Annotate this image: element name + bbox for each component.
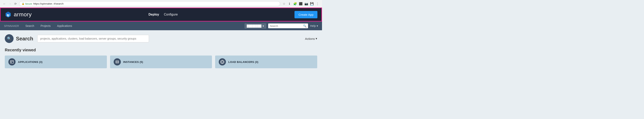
rv-card-applications[interactable]: APPLICATIONS (3) [5,56,107,68]
account-selector[interactable]: ████████ ▾ [245,23,266,28]
chevron-down-icon: ▾ [262,24,264,27]
deploy-nav-item[interactable]: Deploy [148,13,159,16]
forward-button[interactable]: → [8,2,12,6]
rv-card-applications-label: APPLICATIONS (3) [18,60,42,63]
nav-projects[interactable]: Projects [38,21,54,30]
magnify-icon: 🔍 [7,36,11,41]
brand-nav: Deploy Configure [148,13,178,16]
rv-card-instances-label: INSTANCES (5) [123,60,143,63]
instances-icon [114,58,121,65]
bookmark-icon[interactable]: ☆ [282,1,286,6]
create-app-button[interactable]: Create App [294,11,318,18]
rv-card-instances[interactable]: INSTANCES (5) [110,56,212,68]
brand-bar: armory Deploy Configure Create App [0,7,322,21]
menu-icon[interactable]: ⋮ [315,1,320,6]
search-section: 🔍 Search Actions ▾ [5,34,317,43]
reload-button[interactable]: ⟳ [14,2,18,6]
secure-badge: 🔒 Secure [22,2,32,5]
armory-logo-icon [4,11,12,18]
nav-search-icon: 🔍 [303,24,306,27]
svg-rect-0 [10,60,14,63]
search-heading: Search [16,36,33,42]
actions-label: Actions [305,37,315,40]
extension-icon[interactable]: 🧩 [293,1,297,6]
configure-nav-item[interactable]: Configure [164,13,178,16]
back-button[interactable]: ← [2,2,6,6]
svg-point-7 [221,61,223,63]
rv-card-load-balancers-label: LOAD BALANCERS (3) [228,60,258,63]
screenshot-icon[interactable]: ⬛ [298,1,303,6]
save-icon[interactable]: 💾 [310,1,314,6]
url-text: https://spinnaker. #/search [33,2,64,5]
svg-rect-3 [116,61,119,63]
secondary-nav-right: ████████ ▾ 🔍 Help ▾ [245,23,318,28]
load-balancers-icon [219,58,226,65]
recently-viewed-section: Recently viewed APPLICATIONS (3) [5,48,317,68]
actions-chevron-icon: ▾ [316,37,317,40]
spinnaker-label: SPINNAKER [4,21,22,30]
nav-search-box[interactable]: 🔍 [268,23,308,28]
account-label: ████████ [247,24,262,27]
help-chevron-icon: ▾ [316,24,318,27]
help-button[interactable]: Help ▾ [310,24,318,27]
secondary-nav: SPINNAKER Search Projects Applications █… [0,21,322,30]
lock-icon: 🔒 [22,2,24,5]
rv-card-load-balancers[interactable]: LOAD BALANCERS (3) [215,56,317,68]
help-label: Help [310,24,316,27]
svg-rect-2 [11,62,12,63]
search-title: 🔍 Search [5,34,33,43]
info-icon[interactable]: ℹ [287,1,292,6]
actions-button[interactable]: Actions ▾ [305,37,317,40]
search-circle-icon: 🔍 [5,34,14,43]
brand-left: armory [4,11,32,18]
nav-applications[interactable]: Applications [54,21,75,30]
main-content: 🔍 Search Actions ▾ Recently viewed APPLI [0,30,322,72]
browser-action-bar: ☆ ℹ 🧩 ⬛ 📷 💾 ⋮ [282,1,320,6]
main-search-input[interactable] [37,35,149,42]
applications-icon [8,58,16,65]
brand-name: armory [14,11,32,18]
nav-search-input[interactable] [270,24,302,27]
recently-viewed-cards: APPLICATIONS (3) INSTANCES (5) [5,56,317,68]
secure-label: Secure [25,2,32,5]
nav-search[interactable]: Search [22,21,37,30]
address-bar[interactable]: 🔒 Secure https://spinnaker. #/search [19,1,280,6]
camera-icon[interactable]: 📷 [304,1,308,6]
browser-chrome: ← → ⟳ 🔒 Secure https://spinnaker. #/sear… [0,0,322,7]
recently-viewed-title: Recently viewed [5,48,317,52]
